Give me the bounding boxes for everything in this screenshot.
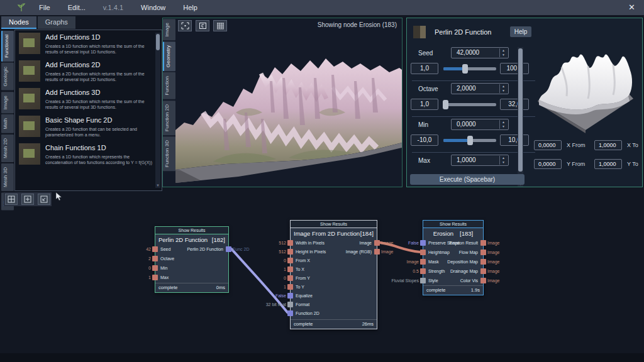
scrollbar-thumb[interactable] [156, 34, 160, 50]
output-port[interactable] [480, 259, 486, 265]
graph-node-image-from-2d-function[interactable]: Show Results Image From 2D Function [184… [290, 220, 377, 329]
execute-button[interactable]: Execute (Spacebar) [410, 174, 525, 185]
octave-value-field[interactable]: 2,0000▲▼ [451, 83, 509, 94]
output-port[interactable] [480, 268, 486, 274]
x-to-field[interactable]: 1,0000 [594, 140, 622, 150]
output-port[interactable] [226, 246, 231, 252]
terrain-3d-render[interactable] [175, 18, 402, 187]
node-status: complete [158, 285, 177, 291]
octave-max-field[interactable]: 32,0 [500, 99, 529, 110]
node-list-item[interactable]: Add Functions 2D Creates a 2D function w… [19, 60, 154, 83]
input-port[interactable] [287, 310, 293, 316]
node-list-item[interactable]: Basic Shape Func 2D Creates a 2D functio… [19, 116, 154, 138]
menu-item[interactable]: Help [183, 4, 197, 11]
min-value-field[interactable]: 0,0000▲▼ [451, 119, 509, 130]
input-label: Format [296, 302, 309, 307]
min-max-field[interactable]: 10,0 [500, 134, 529, 146]
perlin-preview-render[interactable] [534, 31, 637, 135]
menu-item[interactable]: Window [141, 4, 165, 11]
category-tab[interactable]: Math [1, 114, 14, 133]
slider-knob[interactable] [462, 64, 468, 74]
node-title: Perlin 2D Function [158, 236, 208, 243]
add-view-icon[interactable] [21, 194, 34, 205]
reset-view-icon[interactable] [196, 20, 209, 31]
seed-min-field[interactable]: 1,0 [411, 63, 438, 74]
category-tab[interactable]: Functional [1, 31, 14, 62]
min-slider[interactable] [443, 139, 496, 142]
node-list-item[interactable]: Add Functions 1D Creates a 1D function w… [19, 33, 154, 55]
slider-knob[interactable] [443, 100, 448, 109]
seed-value-field[interactable]: 42,0000▲▼ [451, 47, 509, 58]
category-tab[interactable]: Geologic [1, 63, 14, 90]
split-view-icon[interactable] [5, 194, 18, 205]
output-port[interactable] [374, 240, 380, 246]
tab-nodes[interactable]: Nodes [1, 16, 36, 29]
fit-view-icon[interactable] [178, 20, 192, 31]
category-tab[interactable]: Mesh 2D [1, 134, 14, 162]
menu-item[interactable]: v.1.4.1 [103, 4, 123, 11]
output-port[interactable] [480, 240, 486, 246]
scroll-down-icon[interactable]: ▾ [155, 183, 160, 188]
scrollbar-thumb[interactable] [518, 48, 523, 172]
output-port[interactable] [480, 278, 486, 283]
viewport-tab[interactable]: Geometry [163, 41, 175, 71]
inspector-scrollbar[interactable]: ▾ [518, 47, 523, 187]
grid-toggle-icon[interactable] [213, 20, 227, 31]
menu-item[interactable]: Edit... [68, 4, 86, 11]
show-results-button[interactable]: Show Results [291, 221, 377, 228]
output-value: Image [487, 241, 499, 245]
viewport-tab[interactable]: Function [163, 72, 175, 99]
input-port[interactable] [152, 275, 158, 280]
menu-item[interactable]: File [39, 4, 50, 11]
node-list-item[interactable]: Chain Functions 1D Creates a 1D function… [19, 143, 154, 166]
slider-knob[interactable] [467, 136, 473, 145]
output-label: Perlin 2D Function [187, 247, 223, 251]
output-label: Flow Map [459, 250, 478, 255]
list-scrollbar[interactable]: ▾ [155, 33, 160, 188]
viewport-tab[interactable]: Function 3D [163, 136, 175, 171]
spinner-arrows-icon[interactable]: ▲▼ [499, 156, 507, 165]
input-port[interactable] [287, 284, 293, 290]
input-port[interactable] [287, 275, 293, 281]
show-results-button[interactable]: Show Results [423, 221, 483, 228]
category-tab[interactable]: Image [1, 92, 14, 113]
input-port[interactable] [287, 266, 293, 272]
node-time: 0ms [216, 285, 225, 291]
graph-node-erosion[interactable]: Show Results Erosion [183] False Preserv… [423, 220, 484, 295]
title-bar: FileEdit...v.1.4.1WindowHelp ✕ [0, 0, 644, 15]
close-icon[interactable]: ✕ [628, 3, 635, 12]
input-value: 1 [148, 275, 151, 280]
node-list-item[interactable]: Add Functions 3D Creates a 3D function w… [19, 88, 154, 111]
input-port[interactable] [287, 293, 293, 299]
library-tabs: Nodes Graphs [1, 16, 162, 29]
seed-max-field[interactable]: 100,0 [500, 63, 529, 74]
input-port[interactable] [152, 256, 158, 261]
octave-slider[interactable] [443, 103, 496, 106]
spinner-arrows-icon[interactable]: ▲▼ [499, 120, 507, 129]
node-thumbnail-icon [19, 116, 40, 137]
y-from-field[interactable]: 0,0000 [534, 159, 562, 169]
input-value: 0 [148, 266, 151, 270]
export-view-icon[interactable] [38, 194, 50, 205]
spinner-arrows-icon[interactable]: ▲▼ [499, 84, 507, 93]
tab-graphs[interactable]: Graphs [38, 16, 75, 29]
input-port[interactable] [152, 265, 158, 271]
node-item-title: Basic Shape Func 2D [45, 116, 152, 124]
output-port[interactable] [374, 249, 380, 255]
viewport-tab[interactable]: Image [163, 19, 175, 40]
input-port[interactable] [287, 258, 293, 263]
seed-slider[interactable] [443, 67, 496, 70]
y-to-field[interactable]: 1,0000 [594, 159, 622, 169]
output-value: Image [381, 250, 393, 254]
output-port[interactable] [480, 250, 486, 255]
graph-node-perlin-2d-function[interactable]: Show Results Perlin 2D Function [182] 42… [155, 226, 229, 293]
min-min-field[interactable]: -10,0 [411, 134, 438, 146]
viewport-tab[interactable]: Function 2D [163, 101, 175, 135]
show-results-button[interactable]: Show Results [155, 227, 228, 234]
octave-min-field[interactable]: 1,0 [411, 99, 438, 110]
x-from-field[interactable]: 0,0000 [534, 140, 562, 150]
input-port[interactable] [287, 302, 293, 307]
spinner-arrows-icon[interactable]: ▲▼ [499, 48, 507, 57]
max-value-field[interactable]: 1,0000▲▼ [451, 155, 509, 166]
category-tab[interactable]: Mesh 3D [1, 163, 14, 191]
